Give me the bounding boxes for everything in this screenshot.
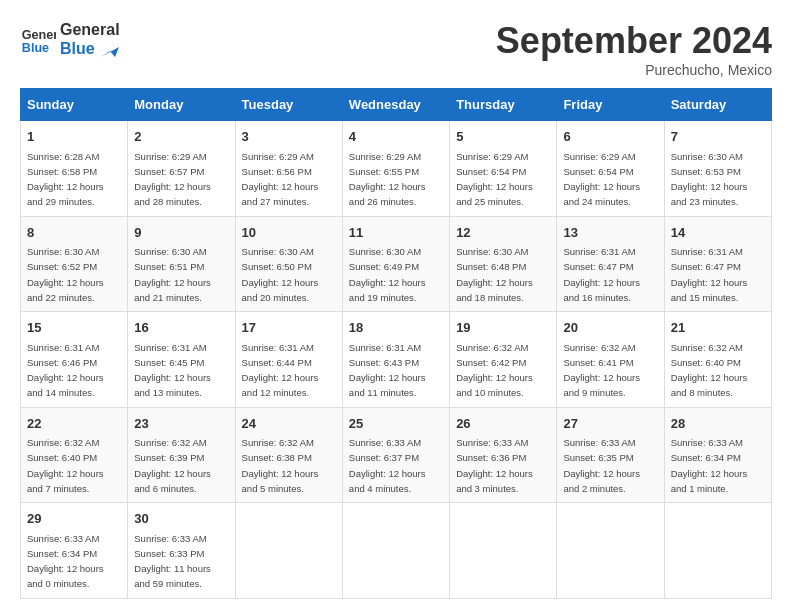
logo-blue: Blue bbox=[60, 39, 120, 58]
logo-icon: General Blue bbox=[20, 21, 56, 57]
day-info: Sunrise: 6:30 AMSunset: 6:49 PMDaylight:… bbox=[349, 246, 426, 303]
day-info: Sunrise: 6:29 AMSunset: 6:54 PMDaylight:… bbox=[456, 151, 533, 208]
svg-marker-3 bbox=[101, 47, 119, 57]
calendar-cell: 16Sunrise: 6:31 AMSunset: 6:45 PMDayligh… bbox=[128, 312, 235, 408]
day-info: Sunrise: 6:33 AMSunset: 6:35 PMDaylight:… bbox=[563, 437, 640, 494]
calendar-cell: 27Sunrise: 6:33 AMSunset: 6:35 PMDayligh… bbox=[557, 407, 664, 503]
day-number: 21 bbox=[671, 318, 765, 338]
day-number: 24 bbox=[242, 414, 336, 434]
col-header-wednesday: Wednesday bbox=[342, 89, 449, 121]
day-number: 29 bbox=[27, 509, 121, 529]
calendar-cell: 14Sunrise: 6:31 AMSunset: 6:47 PMDayligh… bbox=[664, 216, 771, 312]
title-block: September 2024 Purechucho, Mexico bbox=[496, 20, 772, 78]
day-info: Sunrise: 6:29 AMSunset: 6:57 PMDaylight:… bbox=[134, 151, 211, 208]
col-header-tuesday: Tuesday bbox=[235, 89, 342, 121]
page-header: General Blue General Blue September 2024… bbox=[20, 20, 772, 78]
calendar-cell: 22Sunrise: 6:32 AMSunset: 6:40 PMDayligh… bbox=[21, 407, 128, 503]
day-info: Sunrise: 6:32 AMSunset: 6:38 PMDaylight:… bbox=[242, 437, 319, 494]
day-info: Sunrise: 6:31 AMSunset: 6:46 PMDaylight:… bbox=[27, 342, 104, 399]
day-number: 2 bbox=[134, 127, 228, 147]
day-number: 11 bbox=[349, 223, 443, 243]
day-info: Sunrise: 6:29 AMSunset: 6:54 PMDaylight:… bbox=[563, 151, 640, 208]
day-info: Sunrise: 6:33 AMSunset: 6:36 PMDaylight:… bbox=[456, 437, 533, 494]
logo-general: General bbox=[60, 20, 120, 39]
calendar-week-2: 8Sunrise: 6:30 AMSunset: 6:52 PMDaylight… bbox=[21, 216, 772, 312]
calendar-cell: 10Sunrise: 6:30 AMSunset: 6:50 PMDayligh… bbox=[235, 216, 342, 312]
day-info: Sunrise: 6:31 AMSunset: 6:45 PMDaylight:… bbox=[134, 342, 211, 399]
day-info: Sunrise: 6:29 AMSunset: 6:55 PMDaylight:… bbox=[349, 151, 426, 208]
col-header-friday: Friday bbox=[557, 89, 664, 121]
calendar-cell: 13Sunrise: 6:31 AMSunset: 6:47 PMDayligh… bbox=[557, 216, 664, 312]
day-number: 19 bbox=[456, 318, 550, 338]
col-header-saturday: Saturday bbox=[664, 89, 771, 121]
calendar-cell: 4Sunrise: 6:29 AMSunset: 6:55 PMDaylight… bbox=[342, 121, 449, 217]
calendar-week-3: 15Sunrise: 6:31 AMSunset: 6:46 PMDayligh… bbox=[21, 312, 772, 408]
day-number: 10 bbox=[242, 223, 336, 243]
day-info: Sunrise: 6:33 AMSunset: 6:34 PMDaylight:… bbox=[27, 533, 104, 590]
calendar-cell: 1Sunrise: 6:28 AMSunset: 6:58 PMDaylight… bbox=[21, 121, 128, 217]
calendar-cell: 6Sunrise: 6:29 AMSunset: 6:54 PMDaylight… bbox=[557, 121, 664, 217]
day-info: Sunrise: 6:30 AMSunset: 6:50 PMDaylight:… bbox=[242, 246, 319, 303]
day-info: Sunrise: 6:31 AMSunset: 6:47 PMDaylight:… bbox=[671, 246, 748, 303]
logo-bird-icon bbox=[101, 43, 119, 57]
day-number: 22 bbox=[27, 414, 121, 434]
calendar-cell: 9Sunrise: 6:30 AMSunset: 6:51 PMDaylight… bbox=[128, 216, 235, 312]
day-number: 5 bbox=[456, 127, 550, 147]
day-info: Sunrise: 6:28 AMSunset: 6:58 PMDaylight:… bbox=[27, 151, 104, 208]
calendar-cell: 30Sunrise: 6:33 AMSunset: 6:33 PMDayligh… bbox=[128, 503, 235, 599]
calendar-cell: 26Sunrise: 6:33 AMSunset: 6:36 PMDayligh… bbox=[450, 407, 557, 503]
day-number: 1 bbox=[27, 127, 121, 147]
day-info: Sunrise: 6:33 AMSunset: 6:34 PMDaylight:… bbox=[671, 437, 748, 494]
calendar-cell bbox=[342, 503, 449, 599]
calendar-cell: 28Sunrise: 6:33 AMSunset: 6:34 PMDayligh… bbox=[664, 407, 771, 503]
calendar-header-row: SundayMondayTuesdayWednesdayThursdayFrid… bbox=[21, 89, 772, 121]
day-number: 14 bbox=[671, 223, 765, 243]
calendar-cell: 24Sunrise: 6:32 AMSunset: 6:38 PMDayligh… bbox=[235, 407, 342, 503]
col-header-monday: Monday bbox=[128, 89, 235, 121]
calendar-week-1: 1Sunrise: 6:28 AMSunset: 6:58 PMDaylight… bbox=[21, 121, 772, 217]
day-number: 17 bbox=[242, 318, 336, 338]
location: Purechucho, Mexico bbox=[496, 62, 772, 78]
calendar-cell bbox=[235, 503, 342, 599]
day-info: Sunrise: 6:32 AMSunset: 6:39 PMDaylight:… bbox=[134, 437, 211, 494]
day-info: Sunrise: 6:30 AMSunset: 6:53 PMDaylight:… bbox=[671, 151, 748, 208]
day-number: 28 bbox=[671, 414, 765, 434]
day-info: Sunrise: 6:31 AMSunset: 6:44 PMDaylight:… bbox=[242, 342, 319, 399]
calendar-cell: 20Sunrise: 6:32 AMSunset: 6:41 PMDayligh… bbox=[557, 312, 664, 408]
calendar-cell: 11Sunrise: 6:30 AMSunset: 6:49 PMDayligh… bbox=[342, 216, 449, 312]
calendar-cell bbox=[450, 503, 557, 599]
day-number: 25 bbox=[349, 414, 443, 434]
svg-text:Blue: Blue bbox=[22, 41, 49, 55]
day-number: 18 bbox=[349, 318, 443, 338]
day-info: Sunrise: 6:32 AMSunset: 6:41 PMDaylight:… bbox=[563, 342, 640, 399]
day-number: 15 bbox=[27, 318, 121, 338]
calendar-cell: 12Sunrise: 6:30 AMSunset: 6:48 PMDayligh… bbox=[450, 216, 557, 312]
day-number: 12 bbox=[456, 223, 550, 243]
calendar-table: SundayMondayTuesdayWednesdayThursdayFrid… bbox=[20, 88, 772, 599]
calendar-cell: 2Sunrise: 6:29 AMSunset: 6:57 PMDaylight… bbox=[128, 121, 235, 217]
day-info: Sunrise: 6:31 AMSunset: 6:47 PMDaylight:… bbox=[563, 246, 640, 303]
day-info: Sunrise: 6:32 AMSunset: 6:42 PMDaylight:… bbox=[456, 342, 533, 399]
col-header-thursday: Thursday bbox=[450, 89, 557, 121]
day-info: Sunrise: 6:33 AMSunset: 6:33 PMDaylight:… bbox=[134, 533, 211, 590]
calendar-cell: 15Sunrise: 6:31 AMSunset: 6:46 PMDayligh… bbox=[21, 312, 128, 408]
calendar-week-4: 22Sunrise: 6:32 AMSunset: 6:40 PMDayligh… bbox=[21, 407, 772, 503]
day-info: Sunrise: 6:33 AMSunset: 6:37 PMDaylight:… bbox=[349, 437, 426, 494]
day-info: Sunrise: 6:30 AMSunset: 6:52 PMDaylight:… bbox=[27, 246, 104, 303]
day-number: 6 bbox=[563, 127, 657, 147]
day-info: Sunrise: 6:30 AMSunset: 6:51 PMDaylight:… bbox=[134, 246, 211, 303]
calendar-cell: 29Sunrise: 6:33 AMSunset: 6:34 PMDayligh… bbox=[21, 503, 128, 599]
day-number: 8 bbox=[27, 223, 121, 243]
day-info: Sunrise: 6:29 AMSunset: 6:56 PMDaylight:… bbox=[242, 151, 319, 208]
calendar-cell: 5Sunrise: 6:29 AMSunset: 6:54 PMDaylight… bbox=[450, 121, 557, 217]
day-number: 16 bbox=[134, 318, 228, 338]
day-info: Sunrise: 6:32 AMSunset: 6:40 PMDaylight:… bbox=[671, 342, 748, 399]
calendar-cell: 19Sunrise: 6:32 AMSunset: 6:42 PMDayligh… bbox=[450, 312, 557, 408]
calendar-cell: 18Sunrise: 6:31 AMSunset: 6:43 PMDayligh… bbox=[342, 312, 449, 408]
col-header-sunday: Sunday bbox=[21, 89, 128, 121]
calendar-cell: 3Sunrise: 6:29 AMSunset: 6:56 PMDaylight… bbox=[235, 121, 342, 217]
day-number: 23 bbox=[134, 414, 228, 434]
day-number: 27 bbox=[563, 414, 657, 434]
day-info: Sunrise: 6:30 AMSunset: 6:48 PMDaylight:… bbox=[456, 246, 533, 303]
calendar-cell bbox=[664, 503, 771, 599]
